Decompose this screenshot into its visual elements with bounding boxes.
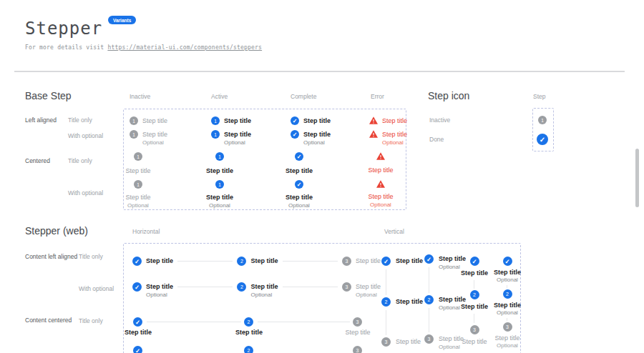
step-number-badge: 1 — [211, 116, 220, 125]
step-cell-inactive-optional: 1 Step titleOptional — [130, 130, 167, 146]
column-header-vertical: Vertical — [384, 228, 404, 235]
step-number-badge: 3 — [342, 257, 351, 266]
step-number: 1 — [132, 132, 135, 137]
optional-label: Optional — [356, 292, 381, 298]
step-number: 1 — [137, 182, 140, 187]
step-number: 2 — [248, 319, 250, 324]
step-title: Step title — [356, 257, 381, 265]
step-number: 2 — [240, 284, 243, 289]
step-number-badge: 2 — [381, 297, 391, 307]
step-number-badge: 2 — [424, 295, 434, 304]
check-icon — [291, 116, 299, 125]
step-title: Step title — [336, 328, 379, 337]
check-icon — [291, 130, 299, 139]
step-title: Step title — [228, 328, 270, 337]
step-title: Step title — [368, 192, 393, 201]
step-cell-complete-optional: Step titleOptional — [291, 130, 331, 146]
step-icon-row-inactive: Inactive — [429, 116, 450, 124]
step-number: 3 — [356, 319, 359, 324]
row-group-content-left-aligned: Content left aligned — [25, 253, 77, 260]
vertical-step: Step title — [381, 257, 423, 266]
optional-label: Optional — [224, 139, 251, 146]
step-title: Step title — [396, 257, 423, 265]
step-cell-centered-error-optional: Step title Optional — [359, 180, 402, 208]
step-number-badge: 3 — [503, 322, 512, 332]
step-number: 1 — [137, 154, 140, 159]
connector-line — [507, 285, 507, 288]
check-icon — [470, 257, 479, 266]
check-icon — [503, 257, 512, 266]
connector-line — [474, 280, 474, 289]
horizontal-stepper-title-only: Step title 2 Step title 3 Step title — [132, 257, 381, 266]
material-ui-link[interactable]: https://material-ui.com/components/stepp… — [107, 44, 262, 51]
step-number-badge: 2 — [503, 289, 512, 299]
error-icon — [369, 130, 378, 138]
optional-label: Optional — [142, 139, 167, 146]
step-number: 1 — [541, 118, 544, 123]
check-icon — [537, 134, 548, 145]
optional-label: Optional — [209, 202, 230, 209]
variant-label-with-optional: With optional — [68, 189, 103, 197]
step-title: Step title — [303, 116, 331, 125]
page-title: Stepper — [25, 19, 102, 39]
step-title: Step title — [303, 130, 331, 139]
connector-line — [147, 322, 241, 322]
step-number: 3 — [356, 348, 359, 353]
step-number-badge: 1 — [215, 180, 224, 189]
step-title: Step title — [142, 116, 167, 125]
step-number-badge: 2 — [237, 257, 246, 266]
optional-label: Optional — [303, 139, 331, 146]
step-number-badge: 2 — [237, 282, 246, 292]
step-title: Step title — [494, 268, 521, 277]
step-number: 2 — [428, 297, 431, 302]
check-icon — [133, 317, 142, 327]
column-header-step: Step — [533, 93, 546, 100]
column-header-error: Error — [371, 93, 384, 100]
check-icon — [381, 257, 391, 266]
step-number-badge: 2 — [470, 290, 479, 299]
step-cell-inactive: 1 Step title — [130, 116, 167, 125]
step-cell-centered-error: Step title — [359, 152, 402, 174]
optional-label: Optional — [288, 202, 310, 209]
step-number-badge: 1 — [211, 130, 220, 139]
step-cell-centered-inactive: 1 Step title — [117, 152, 160, 175]
step-number: 3 — [428, 337, 431, 342]
row-group-content-centered: Content centered — [25, 317, 72, 324]
step-number: 1 — [218, 182, 221, 187]
step-title: Step title — [382, 130, 407, 139]
column-header-horizontal: Horizontal — [132, 228, 160, 235]
vertical-step: 3 Step title — [381, 337, 421, 347]
vertical-step: 2 Step title — [381, 297, 423, 307]
step-number-badge: 3 — [342, 282, 351, 292]
optional-label: Optional — [146, 292, 173, 298]
optional-label: Optional — [370, 202, 391, 208]
step-number: 2 — [248, 348, 250, 353]
step-number: 2 — [473, 292, 476, 297]
variant-label-title-only: Title only — [68, 157, 92, 164]
step-cell-centered-complete-optional: Step title Optional — [278, 180, 321, 209]
step-number: 1 — [132, 119, 135, 124]
step-number: 2 — [385, 299, 388, 304]
connector-line — [386, 310, 386, 335]
step-title: Step title — [224, 130, 251, 139]
step-cell-active-optional: 1 Step titleOptional — [211, 130, 251, 146]
step-title: Step title — [356, 282, 381, 291]
check-icon — [133, 346, 142, 353]
step-cell-centered-inactive-optional: 1 Step title Optional — [117, 180, 160, 209]
step-text: Step titleOptional — [142, 130, 167, 146]
scrollbar-thumb[interactable] — [635, 149, 639, 207]
step-cell-error: Step title — [369, 116, 407, 125]
step-title: Step title — [368, 166, 393, 174]
step-number: 3 — [346, 259, 348, 264]
column-header-active: Active — [211, 93, 228, 100]
step-text: Step titleOptional — [382, 130, 407, 146]
step-icon-row-done: Done — [429, 136, 444, 143]
subtitle: For more details visit https://material-… — [25, 44, 262, 51]
step-number: 2 — [240, 259, 243, 264]
step-title: Step title — [382, 116, 407, 125]
section-title-stepper-web: Stepper (web) — [25, 225, 88, 237]
connector-line — [386, 269, 386, 295]
step-title: Step title — [462, 337, 487, 346]
step-number-badge: 3 — [381, 337, 391, 347]
horizontal-stepper-with-optional: Step titleOptional 2 Step titleOptional … — [132, 282, 381, 298]
